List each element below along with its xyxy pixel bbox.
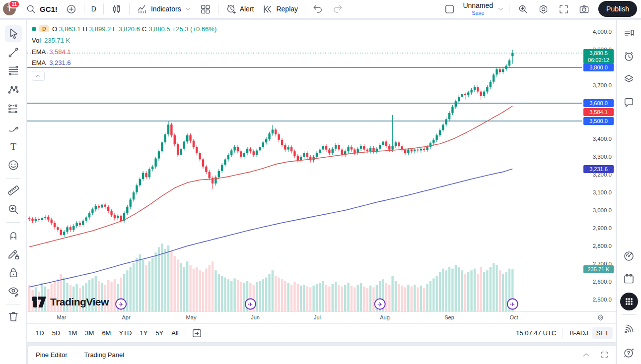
maximize-panel-icon[interactable] (600, 351, 609, 359)
layout-name-menu[interactable]: Unnamed Save (461, 2, 495, 15)
snapshot-button[interactable] (575, 1, 593, 17)
layout-button[interactable] (440, 1, 459, 17)
tool-measure[interactable] (5, 182, 22, 199)
tool-brush[interactable] (5, 119, 22, 136)
tool-zoom-in[interactable] (5, 201, 22, 218)
chevron-down-icon[interactable] (497, 5, 504, 13)
tool-emoji[interactable] (5, 157, 22, 174)
collapse-legend-button[interactable] (32, 71, 45, 81)
tool-hide-drawings[interactable] (5, 283, 22, 300)
clock[interactable]: 15:07:47 UTC (516, 329, 556, 337)
sidebar-chat-button[interactable] (621, 94, 638, 111)
redo-button[interactable] (328, 1, 347, 17)
hline-price-badge[interactable]: 3,800.0 (583, 63, 614, 71)
tool-text-tool[interactable]: T (5, 138, 22, 155)
range-button-5D[interactable]: 5D (49, 327, 64, 339)
candle-body (379, 145, 381, 149)
tool-xabcd-pattern[interactable] (5, 81, 22, 98)
expand-panel-icon[interactable] (582, 351, 590, 359)
price-axis[interactable]: 4,000.03,900.03,800.03,700.03,600.03,500… (582, 20, 616, 323)
tool-cursor[interactable] (5, 25, 22, 42)
chart-pane[interactable]: ✈✈✈✈ D O3,863.1 H3,899.2 L3,820.6 C3,880… (27, 20, 582, 323)
tool-remove-objects[interactable] (5, 308, 22, 325)
chevron-up-icon (35, 73, 41, 79)
volume-bar (221, 276, 223, 311)
badj-toggle[interactable]: B-ADJ (570, 329, 588, 337)
ema-slow-badge[interactable]: 3,231.6 (583, 165, 614, 173)
replay-icon (262, 3, 273, 15)
replay-button[interactable]: Replay (258, 1, 301, 17)
sidebar-data-feed-button[interactable] (621, 320, 638, 337)
ema-legend-row[interactable]: EMA 3,231.6 (32, 59, 216, 67)
quick-search-button[interactable] (514, 1, 532, 17)
event-marker[interactable]: ✈ (375, 299, 385, 309)
symbol-search[interactable]: GC1! (22, 1, 61, 17)
chart-type-button[interactable] (107, 1, 126, 17)
candle-body (136, 185, 138, 192)
range-button-3M[interactable]: 3M (81, 327, 97, 339)
candle-body (164, 134, 166, 142)
candle-body (458, 97, 460, 101)
range-button-1D[interactable]: 1D (32, 327, 48, 339)
search-icon (25, 3, 37, 15)
volume-badge[interactable]: 235.71 K (583, 265, 614, 273)
volume-bar (233, 278, 235, 311)
interval-button[interactable]: D (88, 3, 100, 15)
indicator-templates-button[interactable] (196, 1, 214, 17)
candle-body (490, 82, 492, 87)
fullscreen-button[interactable] (555, 1, 573, 17)
go-to-date-button[interactable] (188, 325, 206, 341)
ema-legend-row[interactable]: EMA 3,584.1 (32, 48, 216, 56)
pine-editor-tab[interactable]: Pine Editor (36, 351, 68, 359)
divider (509, 3, 509, 14)
time-axis[interactable]: MarAprMayJunJulAugSepOct (27, 311, 582, 323)
tool-fib-retracement[interactable] (5, 62, 22, 79)
compare-add-button[interactable] (62, 1, 80, 17)
chevron-down-icon[interactable] (184, 5, 192, 13)
undo-button[interactable] (309, 1, 327, 17)
save-link[interactable]: Save (472, 10, 484, 16)
sidebar-screener-button[interactable] (621, 247, 638, 264)
range-button-YTD[interactable]: YTD (115, 327, 135, 339)
hline-price-badge[interactable]: 3,500.0 (583, 117, 614, 125)
hline-price-badge[interactable]: 3,600.0 (583, 99, 614, 107)
sidebar-object-tree-button[interactable] (621, 70, 638, 87)
tool-trend-line[interactable] (5, 44, 22, 61)
divider (6, 178, 20, 179)
sidebar-alerts-button[interactable] (621, 48, 638, 64)
event-marker[interactable]: ✈ (245, 299, 256, 309)
settings-button[interactable] (534, 1, 553, 17)
trading-panel-tab[interactable]: Trading Panel (84, 351, 124, 359)
range-button-5Y[interactable]: 5Y (152, 327, 167, 339)
user-menu[interactable]: T 11 (3, 2, 16, 15)
tool-lock-drawings[interactable] (5, 264, 22, 281)
last-price-badge[interactable]: 3,880.506:02:12 (583, 49, 614, 64)
candle-body (224, 159, 226, 165)
ema-fast-badge[interactable]: 3,584.1 (583, 108, 614, 116)
tool-projection[interactable] (5, 101, 22, 118)
candle-body (88, 213, 90, 217)
range-button-1Y[interactable]: 1Y (136, 327, 151, 339)
tool-drawing-mode[interactable] (5, 245, 22, 262)
publish-button[interactable]: Publish (598, 1, 637, 17)
sidebar-help-button[interactable]: ? (621, 344, 638, 361)
set-toggle[interactable]: SET (592, 327, 613, 339)
volume-bar (451, 269, 453, 311)
delayed-data-badge[interactable]: D (39, 25, 49, 32)
axis-gear-icon[interactable] (597, 314, 604, 321)
sidebar-apps-grid-button[interactable] (620, 293, 638, 310)
alert-button[interactable]: Alert (222, 1, 258, 17)
candle-body (351, 147, 353, 149)
range-button-6M[interactable]: 6M (98, 327, 114, 339)
tool-magnet[interactable] (5, 227, 22, 243)
event-marker[interactable]: ✈ (116, 299, 126, 309)
range-button-1M[interactable]: 1M (65, 327, 80, 339)
ema-fast-line[interactable] (29, 106, 512, 247)
sidebar-calendar-button[interactable] (621, 270, 638, 287)
sidebar-watchlist-button[interactable] (621, 25, 638, 42)
watermark-text: TradingView (50, 296, 109, 308)
range-button-All[interactable]: All (168, 327, 182, 339)
volume-legend-row[interactable]: Vol 235.71 K (32, 37, 216, 45)
indicators-button[interactable]: Indicators (133, 1, 195, 17)
event-marker[interactable]: ✈ (507, 299, 518, 309)
